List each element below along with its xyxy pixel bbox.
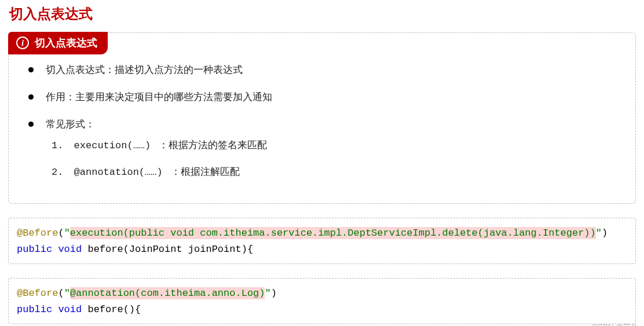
paren-token: ( [58,228,64,239]
quote-token: " [64,228,70,239]
code-text: before(){ [82,304,141,315]
quote-token: " [265,288,270,299]
bullet-list: 切入点表达式：描述切入点方法的一种表达式 作用：主要用来决定项目中的哪些方法需要… [25,62,619,180]
bullet-text: 常见形式： [46,119,95,130]
code-line: @Before("@annotation(com.itheima.anno.Lo… [17,285,627,302]
bullet-text: 作用：主要用来决定项目中的哪些方法需要加入通知 [46,91,272,102]
code-block-1: @Before("execution(public void com.ithei… [8,218,636,264]
bullet-item: 作用：主要用来决定项目中的哪些方法需要加入通知 [25,89,619,105]
highlighted-expression: execution(public void com.itheima.servic… [70,227,596,239]
info-badge-text: 切入点表达式 [35,36,97,50]
keyword-token: void [58,244,82,255]
page-title: 切入点表达式 [9,5,636,23]
numbered-item: 1. execution(……) ：根据方法的签名来匹配 [52,137,619,153]
item-code: @annotation(……) [74,167,169,178]
keyword-token: public [17,304,52,315]
paren-token: ) [271,288,277,299]
highlighted-expression: @annotation(com.itheima.anno.Log) [70,287,265,299]
code-line: public void before(){ [17,302,627,318]
info-box: i 切入点表达式 切入点表达式：描述切入点方法的一种表达式 作用：主要用来决定项… [8,32,636,204]
keyword-token: void [58,304,82,315]
item-number: 1. [52,140,63,151]
paren-token: ) [602,228,608,239]
item-desc: ：根据注解匹配 [171,166,240,177]
paren-token: ( [58,288,64,299]
code-block-2: @Before("@annotation(com.itheima.anno.Lo… [8,278,636,324]
keyword-token: public [17,244,52,255]
quote-token: " [596,228,602,239]
info-badge: i 切入点表达式 [8,32,108,54]
annotation-token: @Before [17,228,58,239]
numbered-list: 1. execution(……) ：根据方法的签名来匹配 2. @annotat… [52,137,619,180]
code-line: public void before(JoinPoint joinPoint){ [17,241,627,258]
bullet-item: 常见形式： 1. execution(……) ：根据方法的签名来匹配 2. @a… [25,116,619,180]
code-line: @Before("execution(public void com.ithei… [17,225,627,241]
bullet-text: 切入点表达式：描述切入点方法的一种表达式 [46,64,243,75]
bullet-item: 切入点表达式：描述切入点方法的一种表达式 [25,62,619,78]
item-code: execution(……) [74,140,151,151]
quote-token: " [64,288,70,299]
code-text: before(JoinPoint joinPoint){ [82,244,253,255]
item-number: 2. [52,167,63,178]
numbered-item: 2. @annotation(……) ：根据注解匹配 [52,164,619,180]
watermark: CSDN @芸兮 [592,322,638,326]
info-icon: i [16,36,29,49]
item-desc: ：根据方法的签名来匹配 [159,140,267,151]
annotation-token: @Before [17,288,58,299]
